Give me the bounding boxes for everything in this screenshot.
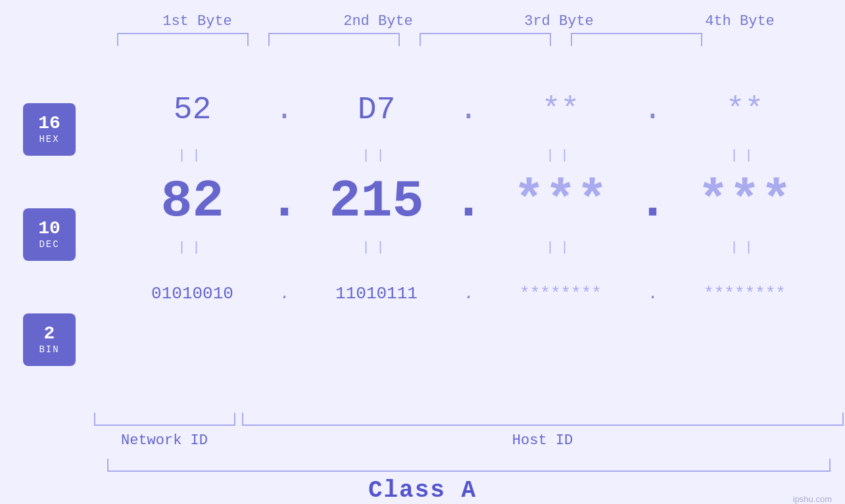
top-bracket-3 — [420, 33, 551, 46]
hex-val-3: ** — [485, 92, 637, 127]
bin-dot-2: . — [452, 284, 485, 304]
class-bracket-row — [107, 459, 831, 472]
network-id-label: Network ID — [94, 432, 235, 449]
sep-1-2: || — [301, 148, 452, 163]
dec-row: 82 . 215 . *** . *** — [92, 169, 845, 235]
labels-column: 16 HEX 10 DEC 2 BIN — [0, 77, 92, 392]
byte-headers: 1st Byte 2nd Byte 3rd Byte 4th Byte — [107, 13, 831, 30]
dec-val-2: 215 — [301, 172, 452, 231]
host-bracket — [242, 413, 844, 426]
bin-val-2: 11010111 — [301, 284, 452, 304]
bin-row: 01010010 . 11010111 . ******** . *******… — [92, 261, 845, 327]
hex-number: 16 — [38, 114, 60, 134]
top-bracket-1 — [117, 33, 249, 46]
bottom-area: Network ID Host ID — [94, 413, 844, 449]
hex-row: 52 . D7 . ** . ** — [92, 77, 845, 143]
sep-1-1: || — [117, 148, 268, 163]
hex-dot-1: . — [268, 92, 301, 127]
bottom-brackets — [94, 413, 844, 429]
byte-header-1: 1st Byte — [122, 13, 273, 30]
sep-2-3: || — [485, 240, 637, 255]
byte-header-3: 3rd Byte — [483, 13, 635, 30]
network-bracket — [94, 413, 235, 426]
hex-dot-3: . — [637, 92, 669, 127]
hex-val-2: D7 — [301, 92, 452, 127]
top-brackets — [107, 33, 831, 53]
hex-label: HEX — [39, 134, 59, 145]
bin-label: BIN — [39, 344, 59, 355]
byte-header-2: 2nd Byte — [302, 13, 454, 30]
dec-label: DEC — [39, 239, 59, 250]
sep-2-4: || — [669, 240, 821, 255]
hex-val-4: ** — [669, 92, 821, 127]
sep-2-1: || — [117, 240, 268, 255]
sep-1-4: || — [669, 148, 821, 163]
dec-badge: 10 DEC — [23, 208, 76, 261]
dec-val-4: *** — [669, 172, 821, 231]
dec-dot-2: . — [452, 172, 485, 231]
sep-row-1: || || || || — [92, 143, 845, 169]
class-bracket — [107, 459, 831, 472]
hex-val-1: 52 — [117, 92, 268, 127]
sep-row-2: || || || || — [92, 235, 845, 261]
bin-number: 2 — [44, 324, 55, 344]
dec-val-1: 82 — [117, 172, 268, 231]
class-label-row: Class A ipshu.com — [0, 477, 845, 504]
top-bracket-2 — [268, 33, 400, 46]
sep-2-2: || — [301, 240, 452, 255]
dec-dot-1: . — [268, 172, 301, 231]
main-grid: 16 HEX 10 DEC 2 BIN 52 . D7 — [0, 59, 845, 409]
hex-badge: 16 HEX — [23, 103, 76, 156]
host-id-label: Host ID — [242, 432, 844, 449]
bin-dot-1: . — [268, 284, 301, 304]
watermark: ipshu.com — [793, 494, 832, 504]
hex-dot-2: . — [452, 92, 485, 127]
class-label: Class A — [368, 477, 477, 504]
bin-val-3: ******** — [485, 284, 637, 304]
dec-val-3: *** — [485, 172, 637, 231]
main-container: 1st Byte 2nd Byte 3rd Byte 4th Byte 16 H… — [0, 0, 845, 504]
bottom-labels: Network ID Host ID — [94, 432, 844, 449]
byte-header-4: 4th Byte — [664, 13, 815, 30]
data-section: 52 . D7 . ** . ** || || — [92, 77, 845, 392]
bin-val-1: 01010010 — [117, 284, 268, 304]
top-bracket-4 — [571, 33, 702, 46]
bin-badge: 2 BIN — [23, 313, 76, 366]
dec-number: 10 — [38, 219, 60, 239]
bin-dot-3: . — [637, 284, 669, 304]
sep-1-3: || — [485, 148, 637, 163]
bin-val-4: ******** — [669, 284, 821, 304]
dec-dot-3: . — [637, 172, 669, 231]
